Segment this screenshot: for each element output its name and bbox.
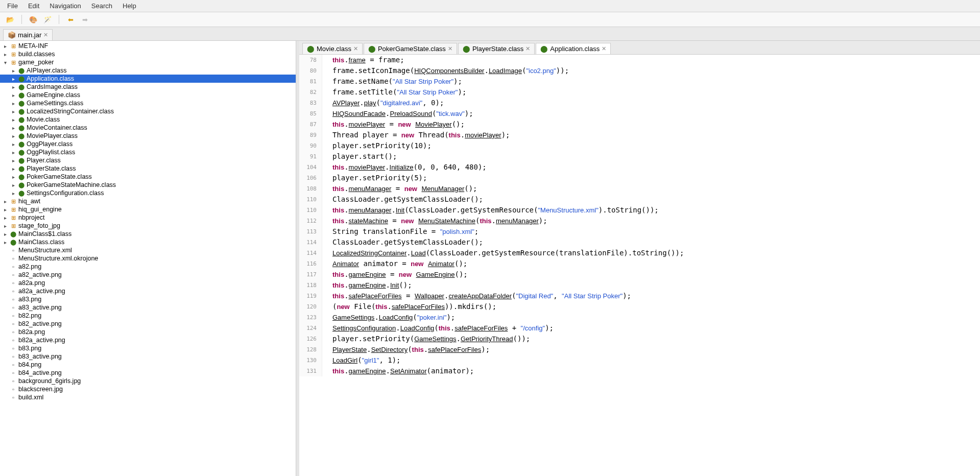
- code-line[interactable]: 110ClassLoader.getSystemClassLoader();: [299, 194, 980, 205]
- code-line[interactable]: 116Animator animator = new Animator();: [299, 258, 980, 269]
- menu-help[interactable]: Help: [118, 1, 140, 11]
- menu-file[interactable]: File: [3, 1, 22, 11]
- close-icon[interactable]: ✕: [353, 45, 358, 52]
- code-content[interactable]: this.moviePlayer.Initialize(0, 0, 640, 4…: [322, 162, 487, 173]
- code-content[interactable]: LoadGirl("girl1", 1);: [322, 355, 401, 366]
- expand-arrow-icon[interactable]: ▸: [10, 109, 16, 114]
- code-content[interactable]: this.frame = frame;: [322, 55, 404, 65]
- tree-item[interactable]: ▸⊞stage_foto_jpg: [0, 222, 296, 230]
- code-area[interactable]: 78this.frame = frame;80frame.setIconImag…: [299, 55, 980, 476]
- tree-item[interactable]: ▸⬤PlayerState.class: [0, 164, 296, 173]
- expand-arrow-icon[interactable]: ▸: [10, 166, 16, 172]
- tree-item[interactable]: ▫build.xml: [0, 393, 296, 401]
- open-icon[interactable]: 📂: [5, 14, 15, 25]
- tree-item[interactable]: ▫b82a.png: [0, 328, 296, 336]
- code-content[interactable]: Thread player = new Thread(this.moviePla…: [322, 130, 510, 140]
- code-line[interactable]: 112this.stateMachine = new MenuStateMach…: [299, 216, 980, 226]
- tree-item[interactable]: ▫a83.png: [0, 295, 296, 303]
- code-line[interactable]: 110this.menuManager.Init(ClassLoader.get…: [299, 205, 980, 216]
- code-line[interactable]: 117this.gameEngine = new GameEngine();: [299, 269, 980, 280]
- code-line[interactable]: 90player.setPriority(10);: [299, 140, 980, 151]
- code-content[interactable]: this.moviePlayer = new MoviePlayer();: [322, 119, 465, 130]
- tree-item[interactable]: ▸⬤MainClass.class: [0, 238, 296, 246]
- tree-item[interactable]: ▾⊞game_poker: [0, 58, 296, 66]
- tree-item[interactable]: ▸⊞hiq_gui_engine: [0, 205, 296, 213]
- back-icon[interactable]: ⬅: [65, 14, 76, 25]
- tree-item[interactable]: ▸⬤OggPlayer.class: [0, 140, 296, 148]
- expand-arrow-icon[interactable]: ▸: [2, 231, 8, 237]
- code-content[interactable]: frame.setTitle("All Star Strip Poker");: [322, 87, 466, 98]
- tree-item[interactable]: ▸⬤Player.class: [0, 156, 296, 164]
- tree-item[interactable]: ▸⊞build.classes: [0, 50, 296, 58]
- close-icon[interactable]: ✕: [525, 45, 530, 52]
- code-content[interactable]: this.gameEngine = new GameEngine();: [322, 269, 468, 280]
- code-content[interactable]: LocalizedStringContainer.Load(ClassLoade…: [322, 248, 684, 258]
- palette-icon[interactable]: 🎨: [28, 14, 38, 25]
- code-content[interactable]: this.gameEngine.SetAnimator(animator);: [322, 366, 474, 376]
- code-line[interactable]: 114LocalizedStringContainer.Load(ClassLo…: [299, 248, 980, 258]
- tree-item[interactable]: ▸⬤SettingsConfiguration.class: [0, 189, 296, 197]
- expand-arrow-icon[interactable]: ▸: [10, 174, 16, 180]
- code-content[interactable]: this.menuManager.Init(ClassLoader.getSys…: [322, 205, 659, 216]
- expand-arrow-icon[interactable]: ▸: [10, 150, 16, 155]
- editor-tab[interactable]: ⬤PlayerState.class✕: [458, 43, 535, 54]
- tree-item[interactable]: ▸⬤GameEngine.class: [0, 91, 296, 99]
- wand-icon[interactable]: 🪄: [42, 14, 53, 25]
- tree-item[interactable]: ▫a82.png: [0, 263, 296, 271]
- tree-item[interactable]: ▫b84.png: [0, 361, 296, 369]
- code-content[interactable]: AVPlayer.play("digitalred.avi", 0);: [322, 98, 444, 108]
- expand-arrow-icon[interactable]: ▸: [10, 125, 16, 131]
- tree-item[interactable]: ▫a82a.png: [0, 279, 296, 287]
- code-content[interactable]: frame.setName("All Star Strip Poker");: [322, 76, 462, 87]
- code-line[interactable]: 114ClassLoader.getSystemClassLoader();: [299, 237, 980, 248]
- code-line[interactable]: 131this.gameEngine.SetAnimator(animator)…: [299, 366, 980, 376]
- expand-arrow-icon[interactable]: ▸: [2, 223, 8, 229]
- code-content[interactable]: String translationFile = "polish.xml";: [322, 226, 479, 237]
- menu-edit[interactable]: Edit: [24, 1, 43, 11]
- tree-item[interactable]: ▸⬤Movie.class: [0, 115, 296, 124]
- code-line[interactable]: 89Thread player = new Thread(this.movieP…: [299, 130, 980, 140]
- code-line[interactable]: 119this.safePlaceForFiles = Wallpaper.cr…: [299, 291, 980, 301]
- code-content[interactable]: player.start();: [322, 151, 397, 162]
- tree-item[interactable]: ▫b83_active.png: [0, 352, 296, 361]
- expand-arrow-icon[interactable]: ▸: [10, 68, 16, 74]
- code-content[interactable]: player.setPriority(5);: [322, 173, 427, 183]
- forward-icon[interactable]: ➡: [80, 14, 90, 25]
- code-line[interactable]: 85HIQSoundFacade.PreloadSound("tick.wav"…: [299, 108, 980, 119]
- expand-arrow-icon[interactable]: ▸: [10, 141, 16, 147]
- expand-arrow-icon[interactable]: ▸: [2, 43, 8, 49]
- code-line[interactable]: 81frame.setName("All Star Strip Poker");: [299, 76, 980, 87]
- expand-arrow-icon[interactable]: ▸: [10, 76, 16, 82]
- tree-panel[interactable]: ▸⊞META-INF▸⊞build.classes▾⊞game_poker▸⬤A…: [0, 41, 296, 476]
- tree-item[interactable]: ▸⬤CardsImage.class: [0, 83, 296, 91]
- tree-item[interactable]: ▸⬤PokerGameStateMachine.class: [0, 181, 296, 189]
- tree-item[interactable]: ▸⊞nbproject: [0, 213, 296, 222]
- code-content[interactable]: PlayerState.SetDirectory(this.safePlaceF…: [322, 344, 490, 355]
- editor-tab[interactable]: ⬤Application.class✕: [536, 43, 611, 54]
- expand-arrow-icon[interactable]: ▸: [2, 199, 8, 204]
- expand-arrow-icon[interactable]: ▸: [10, 133, 16, 139]
- expand-arrow-icon[interactable]: ▸: [2, 240, 8, 245]
- tree-item[interactable]: ▫a82_active.png: [0, 271, 296, 279]
- code-content[interactable]: Animator animator = new Animator();: [322, 258, 467, 269]
- tree-item[interactable]: ▫background_6girls.jpg: [0, 377, 296, 385]
- tree-item[interactable]: ▸⊞META-INF: [0, 42, 296, 50]
- code-line[interactable]: 130LoadGirl("girl1", 1);: [299, 355, 980, 366]
- code-content[interactable]: ClassLoader.getSystemClassLoader();: [322, 237, 483, 248]
- code-content[interactable]: player.setPriority(GameSettings.GetPrior…: [322, 334, 530, 344]
- code-line[interactable]: 80frame.setIconImage(HIQComponentsBuilde…: [299, 65, 980, 76]
- code-line[interactable]: 91player.start();: [299, 151, 980, 162]
- tree-item[interactable]: ▸⬤MainClass$1.class: [0, 230, 296, 238]
- tree-item[interactable]: ▸⊞hiq_awt: [0, 197, 296, 205]
- code-content[interactable]: this.stateMachine = new MenuStateMachine…: [322, 216, 547, 226]
- editor-tab[interactable]: ⬤PokerGameState.class✕: [364, 43, 457, 54]
- expand-arrow-icon[interactable]: ▸: [10, 84, 16, 90]
- code-content[interactable]: this.menuManager = new MenuManager();: [322, 183, 477, 194]
- tree-item[interactable]: ▸⬤MoviePlayer.class: [0, 132, 296, 140]
- code-line[interactable]: 106player.setPriority(5);: [299, 173, 980, 183]
- expand-arrow-icon[interactable]: ▸: [10, 92, 16, 98]
- code-content[interactable]: SettingsConfiguration.LoadConfig(this.sa…: [322, 323, 554, 334]
- menu-search[interactable]: Search: [87, 1, 116, 11]
- close-icon[interactable]: ✕: [43, 32, 48, 38]
- tree-item[interactable]: ▫b84_active.png: [0, 369, 296, 377]
